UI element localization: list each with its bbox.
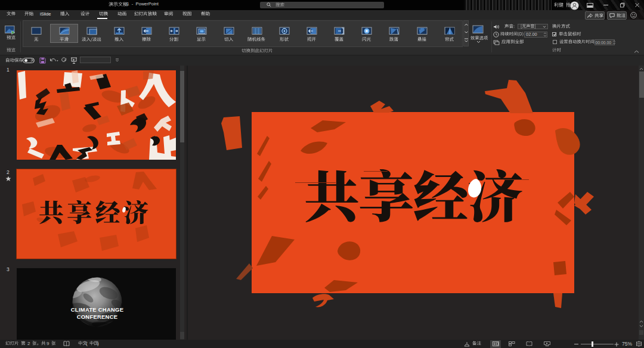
svg-text:CLIMATE CHANGE: CLIMATE CHANGE (71, 306, 123, 313)
svg-text:CONFERENCE: CONFERENCE (77, 313, 118, 320)
